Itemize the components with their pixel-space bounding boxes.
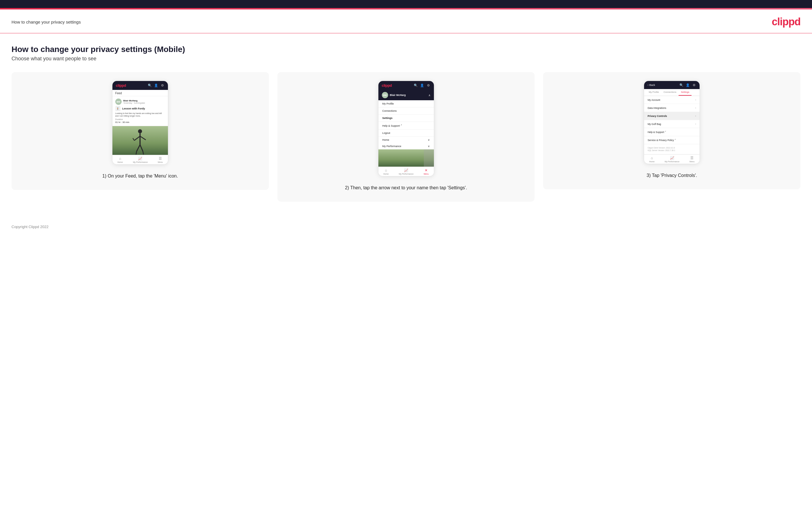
- step3-nav-menu[interactable]: ☰ Menu: [690, 156, 695, 163]
- step2-menu-label: Menu: [423, 173, 429, 175]
- data-chevron: ›: [695, 106, 696, 109]
- back-chevron-icon: ‹: [648, 83, 648, 87]
- step-2-card: clippd 🔍 👤 ⚙ BM Blair McHarg ∧: [277, 72, 535, 202]
- privacy-chevron: ›: [695, 114, 696, 117]
- settings-item-service[interactable]: Service & Privacy Policy ↗: [644, 136, 700, 144]
- settings-item-help[interactable]: Help & Support ↗: [644, 128, 700, 136]
- search-icon-3: 🔍: [679, 83, 683, 87]
- menu-section-home[interactable]: Home ∨: [378, 137, 434, 143]
- home-section-label: Home: [383, 138, 389, 141]
- step2-nav-performance[interactable]: 📈 My Performance: [399, 168, 413, 175]
- settings-item-golf-bag[interactable]: My Golf Bag ›: [644, 120, 700, 128]
- header-title: How to change your privacy settings: [11, 19, 81, 24]
- step2-bottom-nav: ⌂ Home 📈 My Performance ✕ Menu: [378, 167, 434, 176]
- tab-settings[interactable]: Settings: [678, 89, 692, 96]
- menu-item-help[interactable]: Help & Support ↗: [378, 122, 434, 129]
- back-button[interactable]: ‹ Back: [648, 83, 655, 87]
- step2-home-icon: ⌂: [385, 168, 387, 172]
- post-desc: Looking to feel like my hands are exitin…: [115, 112, 165, 117]
- svg-line-8: [143, 151, 144, 155]
- post-date: Yesterday · Sunningdale: [123, 102, 145, 104]
- step3-menu-label: Menu: [690, 161, 695, 163]
- client-version: Clippd Client Version: 2022.8.3-3: [648, 147, 696, 149]
- lesson-icon: 🏌: [115, 106, 120, 111]
- menu-item-logout[interactable]: Logout: [378, 129, 434, 137]
- svg-line-6: [140, 145, 143, 151]
- step-3-phone: ‹ Back 🔍 👤 ⚙ My Profile Connections Sett…: [644, 81, 700, 164]
- settings-icon-2: ⚙: [426, 83, 430, 88]
- step2-home-label: Home: [383, 173, 389, 175]
- menu-section-performance[interactable]: My Performance ∨: [378, 143, 434, 149]
- menu-icon: ☰: [159, 157, 162, 161]
- performance-label: My Performance: [133, 161, 148, 163]
- logout-label: Logout: [383, 131, 391, 134]
- nav-home[interactable]: ⌂ Home: [117, 157, 123, 163]
- nav-performance[interactable]: 📈 My Performance: [133, 157, 148, 163]
- profile-icon: 👤: [154, 83, 158, 88]
- profile-icon-3: 👤: [686, 83, 690, 87]
- settings-item-account[interactable]: My Account ›: [644, 96, 700, 104]
- nav-menu[interactable]: ☰ Menu: [158, 157, 163, 163]
- top-bar: [0, 0, 812, 8]
- step3-home-icon: ⌂: [651, 156, 653, 160]
- svg-line-2: [134, 136, 140, 140]
- chevron-down-icon-2: ∨: [428, 145, 430, 148]
- version-info: Clippd Client Version: 2022.8.3-3 GQL Se…: [644, 144, 700, 155]
- golf-bag-label: My Golf Bag: [648, 123, 661, 125]
- settings-item-privacy[interactable]: Privacy Controls ›: [644, 112, 700, 120]
- feed-label: Feed: [112, 90, 168, 96]
- step3-nav-home[interactable]: ⌂ Home: [649, 156, 655, 163]
- step-2-phone: clippd 🔍 👤 ⚙ BM Blair McHarg ∧: [378, 81, 434, 176]
- step3-icons: 🔍 👤 ⚙: [679, 83, 696, 87]
- tab-my-profile[interactable]: My Profile: [646, 89, 661, 96]
- home-label: Home: [117, 161, 123, 163]
- help-support-label: Help & Support ↗: [648, 130, 666, 133]
- step1-nav-bar: clippd 🔍 👤 ⚙: [112, 81, 168, 90]
- tab-connections[interactable]: Connections: [661, 89, 678, 96]
- step2-content: BM Blair McHarg ∧ My Profile Connections: [378, 90, 434, 167]
- menu-item-my-profile[interactable]: My Profile: [378, 100, 434, 107]
- connections-label: Connections: [383, 109, 397, 112]
- header-logo: clippd: [772, 16, 801, 28]
- step2-nav-close[interactable]: ✕ Menu: [423, 168, 429, 175]
- svg-line-3: [133, 138, 134, 140]
- step3-performance-label: My Performance: [665, 161, 679, 163]
- step2-icons: 🔍 👤 ⚙: [414, 83, 430, 88]
- page-heading: How to change your privacy settings (Mob…: [11, 45, 801, 54]
- chevron-up-icon[interactable]: ∧: [428, 94, 430, 97]
- step3-menu-icon: ☰: [691, 156, 694, 160]
- settings-item-data[interactable]: Data Integrations ›: [644, 104, 700, 112]
- step3-performance-icon: 📈: [670, 156, 674, 160]
- performance-section-label: My Performance: [383, 145, 401, 148]
- settings-label: Settings: [383, 117, 393, 119]
- back-label: Back: [649, 83, 655, 87]
- menu-label: Menu: [158, 161, 163, 163]
- duration-value: 01 hr : 30 min: [115, 121, 165, 123]
- step3-nav-performance[interactable]: 📈 My Performance: [665, 156, 679, 163]
- post-avatar: BM: [115, 99, 121, 105]
- menu-user-row: BM Blair McHarg ∧: [378, 90, 434, 100]
- step2-nav-home[interactable]: ⌂ Home: [383, 168, 389, 175]
- menu-item-connections[interactable]: Connections: [378, 107, 434, 115]
- svg-line-7: [136, 151, 137, 155]
- step2-logo: clippd: [382, 83, 392, 88]
- service-label: Service & Privacy Policy ↗: [648, 138, 676, 142]
- privacy-label: Privacy Controls: [648, 115, 667, 117]
- step-2-caption: 2) Then, tap the arrow next to your name…: [345, 184, 467, 191]
- post-username: Blair McHarg: [123, 99, 145, 102]
- menu-item-settings[interactable]: Settings: [378, 115, 434, 122]
- settings-icon-3: ⚙: [692, 83, 696, 87]
- server-version: GQL Server Version: 2022.7.30-1: [648, 149, 696, 152]
- menu-overlay: My Profile Connections Settings Help & S…: [378, 100, 434, 149]
- close-icon: ✕: [425, 168, 427, 172]
- step-1-phone: clippd 🔍 👤 ⚙ Feed BM Blair McHarg Yester…: [112, 81, 168, 165]
- step2-performance-label: My Performance: [399, 173, 413, 175]
- svg-line-5: [137, 145, 140, 151]
- account-label: My Account: [648, 99, 660, 101]
- step-1-card: clippd 🔍 👤 ⚙ Feed BM Blair McHarg Yester…: [11, 72, 269, 190]
- data-label: Data Integrations: [648, 107, 666, 109]
- duration-label: Duration: [115, 118, 165, 120]
- step-3-caption: 3) Tap 'Privacy Controls'.: [647, 172, 697, 179]
- golfer-image: [112, 126, 168, 155]
- footer: Copyright Clippd 2022: [0, 219, 812, 235]
